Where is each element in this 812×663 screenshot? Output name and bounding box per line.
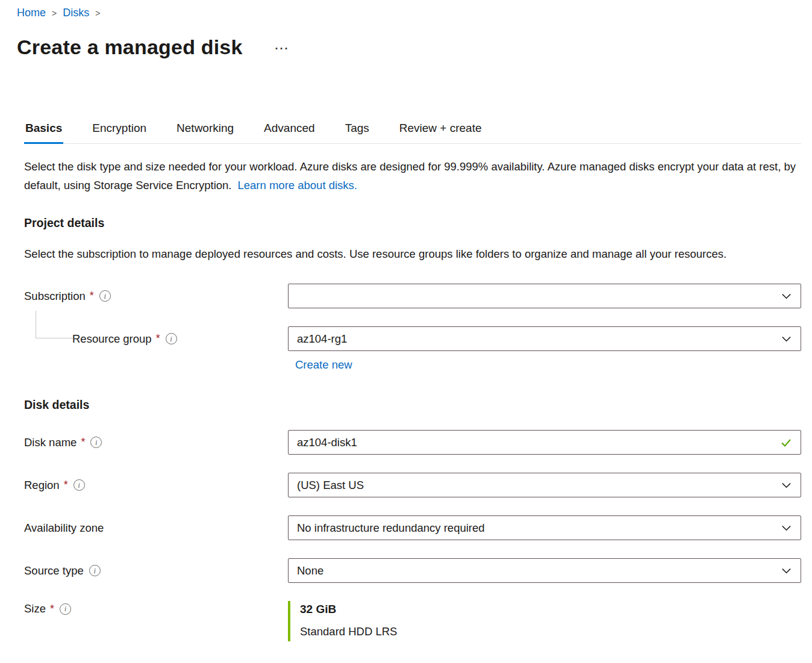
size-summary[interactable]: 32 GiB Standard HDD LRS	[288, 601, 801, 641]
source-type-label-group: Source type i	[24, 564, 288, 577]
disk-name-field-wrapper	[288, 430, 801, 455]
disk-name-input[interactable]	[297, 436, 780, 449]
tab-advanced[interactable]: Advanced	[263, 119, 316, 143]
required-asterisk: *	[64, 479, 68, 491]
more-menu-button[interactable]: ···	[273, 43, 292, 60]
breadcrumb-separator-icon: >	[52, 5, 57, 21]
required-asterisk: *	[90, 290, 94, 302]
chevron-down-icon	[781, 479, 792, 491]
page-title: Create a managed disk	[17, 34, 243, 60]
resource-group-row: Resource group * i az104-rg1	[24, 326, 801, 351]
size-value: 32 GiB	[300, 602, 801, 617]
disk-name-label-group: Disk name * i	[24, 436, 288, 449]
subscription-label-group: Subscription * i	[24, 290, 288, 303]
availability-zone-dropdown[interactable]: No infrastructure redundancy required	[288, 515, 801, 540]
learn-more-link[interactable]: Learn more about disks.	[238, 179, 357, 191]
size-label: Size	[24, 602, 46, 615]
resource-group-label: Resource group	[72, 332, 152, 346]
info-icon[interactable]: i	[89, 565, 101, 576]
region-row: Region * i (US) East US	[24, 473, 801, 497]
info-icon[interactable]: i	[60, 603, 71, 615]
region-label-group: Region * i	[24, 479, 288, 492]
availability-zone-label-group: Availability zone	[24, 521, 288, 535]
size-label-group: Size * i	[24, 601, 288, 615]
create-managed-disk-page: Home > Disks > Create a managed disk ···…	[0, 0, 812, 663]
project-details-heading: Project details	[24, 216, 801, 230]
tab-networking[interactable]: Networking	[175, 119, 235, 143]
resource-group-dropdown-value: az104-rg1	[297, 332, 347, 346]
source-type-label: Source type	[24, 564, 84, 577]
subscription-control	[288, 284, 801, 308]
info-icon[interactable]: i	[99, 290, 111, 302]
project-details-description: Select the subscription to manage deploy…	[24, 244, 798, 263]
required-asterisk: *	[156, 332, 160, 345]
create-new-resource-group-link[interactable]: Create new	[295, 358, 352, 372]
disk-name-label: Disk name	[24, 436, 77, 449]
breadcrumb: Home > Disks >	[17, 5, 801, 20]
region-dropdown-value: (US) East US	[297, 479, 364, 492]
size-control: 32 GiB Standard HDD LRS	[288, 601, 801, 641]
chevron-down-icon	[781, 522, 792, 534]
source-type-row: Source type i None	[24, 558, 801, 583]
intro-text: Select the disk type and size needed for…	[24, 157, 798, 195]
source-type-dropdown-value: None	[297, 564, 323, 577]
tab-encryption[interactable]: Encryption	[91, 119, 148, 143]
source-type-dropdown[interactable]: None	[288, 558, 801, 583]
tab-basics[interactable]: Basics	[24, 119, 63, 143]
title-row: Create a managed disk ···	[17, 34, 801, 60]
availability-zone-control: No infrastructure redundancy required	[288, 515, 801, 540]
info-icon[interactable]: i	[166, 333, 177, 344]
breadcrumb-disks-link[interactable]: Disks	[63, 5, 89, 20]
availability-zone-row: Availability zone No infrastructure redu…	[24, 515, 801, 540]
breadcrumb-separator-icon: >	[95, 5, 100, 21]
chevron-down-icon	[781, 290, 792, 302]
availability-zone-label: Availability zone	[24, 521, 104, 535]
breadcrumb-home-link[interactable]: Home	[17, 5, 46, 20]
disk-name-row: Disk name * i	[24, 430, 801, 455]
info-icon[interactable]: i	[73, 479, 85, 491]
basics-form: Subscription * i Resource group * i	[24, 284, 801, 641]
resource-group-dropdown[interactable]: az104-rg1	[288, 326, 801, 351]
subscription-dropdown[interactable]	[288, 284, 801, 308]
region-control: (US) East US	[288, 473, 801, 497]
disk-details-heading: Disk details	[24, 398, 801, 412]
wizard-tabs: Basics Encryption Networking Advanced Ta…	[24, 119, 801, 144]
region-label: Region	[24, 479, 60, 492]
source-type-control: None	[288, 558, 801, 583]
intro-text-body: Select the disk type and size needed for…	[24, 160, 796, 191]
tab-review-create[interactable]: Review + create	[398, 119, 483, 143]
resource-group-control: az104-rg1	[288, 326, 801, 351]
valid-checkmark-icon	[780, 437, 792, 449]
disk-name-control	[288, 430, 801, 455]
subscription-label: Subscription	[24, 290, 86, 303]
required-asterisk: *	[50, 603, 54, 615]
chevron-down-icon	[781, 565, 792, 576]
info-icon[interactable]: i	[90, 437, 102, 448]
required-asterisk: *	[81, 436, 85, 449]
region-dropdown[interactable]: (US) East US	[288, 473, 801, 497]
tab-tags[interactable]: Tags	[344, 119, 370, 143]
indent-connector-line	[36, 311, 73, 338]
size-sku: Standard HDD LRS	[300, 624, 801, 639]
availability-zone-dropdown-value: No infrastructure redundancy required	[297, 521, 485, 535]
size-row: Size * i 32 GiB Standard HDD LRS	[24, 601, 801, 641]
chevron-down-icon	[781, 333, 792, 344]
subscription-row: Subscription * i	[24, 284, 801, 308]
